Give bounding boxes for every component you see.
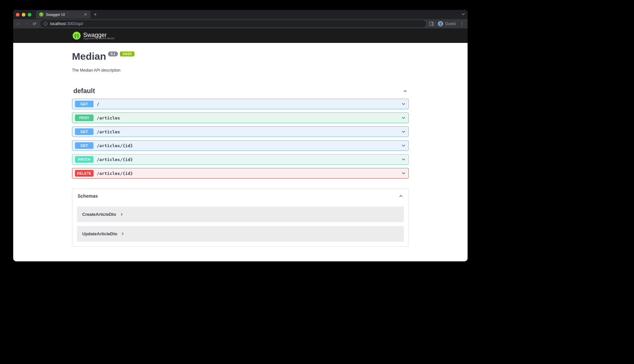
tag-header[interactable]: default (72, 85, 409, 97)
schema-list: CreateArticleDtoUpdateArticleDto (72, 203, 408, 246)
version-badge: 0.1 (108, 51, 118, 56)
url-host: localhost (50, 21, 66, 26)
chevron-down-icon (401, 157, 406, 162)
window-controls (16, 13, 31, 17)
operation-row[interactable]: DELETE/articles/{id} (72, 168, 409, 179)
window-maximize-button[interactable] (28, 13, 31, 17)
new-tab-button[interactable]: + (94, 12, 97, 17)
endpoint-path: /articles (97, 129, 401, 134)
swagger-topbar: {·} Swagger supported by SMARTBEAR (13, 28, 468, 43)
chevron-down-icon (401, 143, 406, 148)
window-minimize-button[interactable] (22, 13, 25, 17)
api-title-row: Median 0.1 OAS3 (72, 51, 409, 62)
swagger-mark-icon: {·} (73, 32, 81, 40)
endpoint-path: /articles/{id} (97, 171, 401, 176)
endpoint-path: /articles/{id} (97, 143, 401, 148)
tag-name: default (73, 87, 403, 95)
browser-window: { } Swagger UI ✕ + ← → ⟳ i localhost:300… (13, 10, 468, 261)
chevron-down-icon (401, 129, 406, 134)
swagger-logo[interactable]: {·} Swagger supported by SMARTBEAR (73, 32, 115, 40)
chevron-down-icon (401, 116, 406, 120)
reload-button[interactable]: ⟳ (32, 21, 37, 26)
endpoint-path: /articles (97, 116, 401, 120)
operations-list: GET/POST/articlesGET/articlesGET/article… (72, 99, 409, 179)
tab-strip: { } Swagger UI ✕ + (13, 10, 468, 19)
operation-row[interactable]: GET/ (72, 99, 409, 109)
profile-label: Guest (445, 21, 456, 26)
profile-button[interactable]: 👤 Guest (438, 21, 456, 26)
url-path: :3000/api/ (66, 21, 83, 26)
tab-title: Swagger UI (46, 13, 81, 17)
api-description: The Median API description (72, 68, 409, 73)
http-method-badge: POST (75, 115, 93, 121)
chevron-right-icon (121, 232, 124, 236)
endpoint-path: / (97, 102, 401, 107)
chevron-up-icon (399, 194, 403, 198)
http-method-badge: DELETE (75, 170, 93, 177)
schema-name: CreateArticleDto (82, 212, 116, 217)
oas-badge: OAS3 (120, 51, 134, 56)
http-method-badge: GET (75, 101, 93, 107)
url-text: localhost:3000/api/ (50, 21, 83, 26)
endpoint-path: /articles/{id} (97, 157, 401, 162)
api-title: Median (72, 51, 106, 62)
forward-button[interactable]: → (24, 21, 29, 26)
schema-item[interactable]: UpdateArticleDto (77, 226, 404, 242)
browser-toolbar: ← → ⟳ i localhost:3000/api/ 👤 Guest ⋮ (13, 19, 468, 28)
avatar-icon: 👤 (438, 21, 443, 26)
http-method-badge: GET (75, 128, 93, 135)
back-button[interactable]: ← (17, 21, 21, 26)
operation-row[interactable]: GET/articles (72, 126, 409, 137)
side-panel-icon[interactable] (429, 22, 434, 26)
chevron-down-icon (401, 171, 406, 176)
swagger-container: Median 0.1 OAS3 The Median API descripti… (72, 43, 409, 260)
site-info-icon[interactable]: i (44, 22, 48, 26)
chevron-right-icon (120, 213, 123, 216)
toolbar-right: 👤 Guest ⋮ (429, 21, 464, 26)
schemas-title: Schemas (78, 193, 98, 199)
schemas-header[interactable]: Schemas (72, 189, 408, 203)
tab-close-button[interactable]: ✕ (84, 12, 87, 17)
tag-section: default GET/POST/articlesGET/articlesGET… (72, 85, 409, 179)
browser-tab[interactable]: { } Swagger UI ✕ (36, 11, 90, 18)
chevron-down-icon (401, 102, 406, 106)
http-method-badge: PATCH (75, 156, 93, 163)
schemas-section: Schemas CreateArticleDtoUpdateArticleDto (72, 188, 409, 247)
operation-row[interactable]: POST/articles (72, 113, 409, 123)
tab-favicon: { } (39, 13, 43, 17)
schema-name: UpdateArticleDto (82, 231, 117, 236)
address-bar[interactable]: i localhost:3000/api/ (40, 20, 426, 27)
window-close-button[interactable] (16, 13, 19, 17)
page-viewport: {·} Swagger supported by SMARTBEAR Media… (13, 28, 468, 261)
swagger-brand-sub: supported by SMARTBEAR (83, 37, 115, 40)
tab-list-button[interactable] (462, 13, 465, 17)
chevron-up-icon (403, 89, 407, 93)
operation-row[interactable]: PATCH/articles/{id} (72, 154, 409, 165)
operation-row[interactable]: GET/articles/{id} (72, 140, 409, 151)
schema-item[interactable]: CreateArticleDto (77, 207, 404, 222)
browser-menu-button[interactable]: ⋮ (460, 21, 464, 26)
http-method-badge: GET (75, 142, 93, 149)
